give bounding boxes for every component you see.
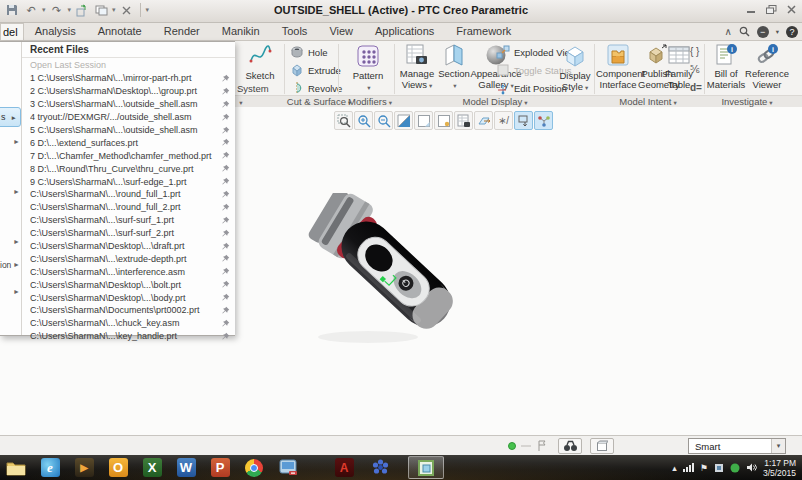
pattern-button[interactable]: Pattern ▾ [344,43,392,93]
group-model-display[interactable]: Model Display▾ [420,96,570,107]
datum-group-caret[interactable]: ▾ [234,96,246,107]
minimize-button[interactable] [746,5,756,14]
recent-file-item[interactable]: C:\Users\SharmaN\...\surf-surf_1.prt [22,214,235,227]
tray-green-status-icon[interactable] [730,463,740,473]
zoom-in-button[interactable] [354,111,373,130]
tray-app-icon[interactable] [714,463,724,473]
recent-file-item[interactable]: 4 tryout://DEXMGR/.../outside_shell.asm [22,111,235,124]
zoom-out-button[interactable] [374,111,393,130]
pin-icon[interactable] [221,126,230,135]
tab-render[interactable]: Render [153,23,211,40]
recent-file-item[interactable]: C:\Users\SharmaN\...\chuck_key.asm [22,317,235,330]
selection-filter-dropdown[interactable]: Smart ▾ [688,438,786,454]
pin-icon[interactable] [221,242,230,251]
pattern-caret[interactable]: ▾ [367,84,370,91]
bill-of-materials-button[interactable]: i Bill of Materials [706,43,746,90]
switch-symbols-button[interactable]: ⅚ [690,61,700,77]
taskbar-creo-active-window[interactable] [408,456,444,479]
find-button[interactable] [558,438,582,454]
recent-file-item[interactable]: 9 C:\Users\SharmaN\...\surf-edge_1.prt [22,175,235,188]
select-from-list-button[interactable] [590,438,614,454]
manage-views-button[interactable]: Manage Views▾ [398,43,436,91]
tab-analysis[interactable]: Analysis [24,23,87,40]
tray-action-center-flag-icon[interactable]: ⚑ [700,463,708,473]
pin-icon[interactable] [221,177,230,186]
taskbar-chrome-icon[interactable] [240,457,268,478]
section-caret[interactable]: ▾ [453,82,456,89]
pin-icon[interactable] [221,254,230,263]
pin-icon[interactable] [221,100,230,109]
saved-orientations-button[interactable] [434,111,453,130]
status-flag-icon[interactable] [536,440,548,452]
recent-file-item[interactable]: 7 D:\...\Chamfer_Method\chamfer_method.p… [22,149,235,162]
taskbar-excel-icon[interactable]: X [138,457,166,478]
group-modifiers[interactable]: Modifiers▾ [344,96,396,107]
selection-filter-caret[interactable]: ▾ [771,439,785,453]
annotation-display-button[interactable]: ∗/ [494,111,513,130]
display-style-toggle-button[interactable] [414,111,433,130]
collapse-ribbon-button[interactable]: ∧ [724,26,731,37]
close-button[interactable] [787,5,796,14]
hole-button[interactable]: Hole [290,44,328,60]
recent-file-item[interactable]: 5 C:\Users\SharmaN\...\outside_shell.asm [22,124,235,137]
pin-icon[interactable] [221,164,230,173]
recent-file-item[interactable]: 1 C:\Users\SharmaN\...\mirror-part-rh.pr… [22,72,235,85]
pin-icon[interactable] [221,113,230,122]
tray-volume-icon[interactable] [746,462,757,473]
taskbar-word-icon[interactable]: W [172,457,200,478]
display-style-button[interactable]: Display Style▾ [556,43,594,93]
manage-views-caret[interactable]: ▾ [429,82,432,89]
help-button[interactable]: ? [786,26,798,38]
pin-icon[interactable] [221,216,230,225]
spin-center-button[interactable] [514,111,533,130]
search-button[interactable] [739,26,750,37]
datum-display-button[interactable] [474,111,493,130]
tab-annotate[interactable]: Annotate [87,23,153,40]
pin-icon[interactable] [221,190,230,199]
recent-file-item[interactable]: C:\Users\SharmaN\Desktop\...\bolt.prt [22,278,235,291]
pin-icon[interactable] [221,138,230,147]
dimension-display-button[interactable]: d= [690,79,702,95]
braces-button[interactable]: { } [690,43,699,59]
3d-dragger-button[interactable] [534,111,553,130]
reference-viewer-button[interactable]: i Reference Viewer [744,43,790,90]
section-button[interactable]: Section ▾ [436,43,472,91]
pin-icon[interactable] [221,332,230,341]
recent-file-item[interactable]: C:\Users\SharmaN\...\round_full_1.prt [22,188,235,201]
component-interface-button[interactable]: Component Interface [596,43,640,90]
revolve-button[interactable]: Revolve [290,80,342,96]
recent-file-item[interactable]: C:\Users\SharmaN\Desktop\...\draft.prt [22,240,235,253]
sketch-button[interactable]: Sketch [238,43,282,82]
pin-icon[interactable] [221,203,230,212]
extrude-button[interactable]: Extrude [290,62,341,78]
recent-file-item[interactable]: C:\Users\SharmaN\...\round_full_2.prt [22,201,235,214]
restore-button[interactable] [766,5,777,14]
recent-file-item[interactable]: C:\Users\SharmaN\Desktop\...\body.prt [22,291,235,304]
recent-file-item[interactable]: 8 D:\...\Round\Thru_Curve\thru_curve.prt [22,162,235,175]
refit-button[interactable] [334,111,353,130]
pin-icon[interactable] [221,267,230,276]
tab-manikin[interactable]: Manikin [211,23,271,40]
tab-model-partial[interactable]: del [0,23,24,40]
pin-icon[interactable] [221,280,230,289]
tab-tools[interactable]: Tools [271,23,319,40]
pin-icon[interactable] [221,87,230,96]
pin-icon[interactable] [221,229,230,238]
tab-framework[interactable]: Framework [445,23,522,40]
recent-file-item[interactable]: C:\Users\SharmaN\...\extrude-depth.prt [22,252,235,265]
display-style-caret[interactable]: ▾ [585,84,588,91]
taskbar-remote-app-icon[interactable] [274,457,302,478]
tab-applications[interactable]: Applications [364,23,445,40]
recent-file-item[interactable]: 3 C:\Users\SharmaN\...\outside_shell.asm [22,98,235,111]
tray-show-hidden-icons[interactable]: ▴ [672,463,677,473]
pin-icon[interactable] [221,74,230,83]
pin-icon[interactable] [221,293,230,302]
taskbar-adobe-reader-icon[interactable]: A [330,457,358,478]
recent-file-item[interactable]: 6 D:\...\extend_surfaces.prt [22,136,235,149]
window-mode-button[interactable]: − [757,26,769,38]
pin-icon[interactable] [221,319,230,328]
recent-file-item[interactable]: 2 C:\Users\SharmaN\Desktop\...\group.prt [22,85,235,98]
recent-file-item[interactable]: C:\Users\SharmaN\...\key_handle.prt [22,330,235,343]
group-model-intent[interactable]: Model Intent▾ [596,96,700,107]
group-investigate[interactable]: Investigate▾ [706,96,788,107]
